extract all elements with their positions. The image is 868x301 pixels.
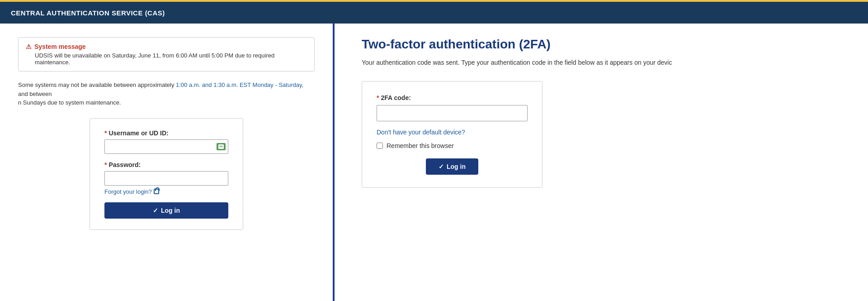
forgot-link-text: Forgot your login? <box>104 188 152 195</box>
twofa-box: * 2FA code: Don't have your default devi… <box>362 81 542 188</box>
twofa-description: Your authentication code was sent. Type … <box>362 58 841 67</box>
login-button-text: Log in <box>161 207 180 214</box>
lock-icon <box>154 189 159 194</box>
password-input[interactable] <box>104 171 228 186</box>
maintenance-time: 1:00 a.m. and 1:30 a.m. EST Monday - Sat… <box>176 81 302 88</box>
login-form-box: * Username or UD ID: * Password: <box>90 118 243 230</box>
username-field-group: * Username or UD ID: <box>104 129 228 154</box>
maintenance-note: Some systems may not be available betwee… <box>18 81 315 107</box>
warning-icon: ⚠ <box>26 43 32 50</box>
twofa-code-input[interactable] <box>377 105 528 121</box>
main-content: ⚠ System message UDSIS will be unavailab… <box>0 24 868 301</box>
username-label: * Username or UD ID: <box>104 129 228 137</box>
password-label: * Password: <box>104 161 228 168</box>
forgot-login-link[interactable]: Forgot your login? <box>104 188 159 195</box>
twofa-title: Two-factor authentication (2FA) <box>362 37 841 52</box>
maintenance-after: n Sundays due to system maintenance. <box>18 99 121 106</box>
page-header: CENTRAL AUTHENTICATION SERVICE (CAS) <box>0 0 868 24</box>
alert-title: ⚠ System message <box>26 43 307 50</box>
username-input-wrapper <box>104 139 228 154</box>
username-icon-inner <box>218 144 224 149</box>
password-label-text: Password: <box>108 161 141 168</box>
twofa-required-star: * <box>377 94 379 101</box>
login-button[interactable]: ✓ Log in <box>104 202 228 219</box>
username-label-text: Username or UD ID: <box>108 129 168 137</box>
twofa-code-label-text: 2FA code: <box>381 94 410 101</box>
checkmark-icon: ✓ <box>153 207 158 214</box>
username-input[interactable] <box>104 139 228 154</box>
password-input-wrapper <box>104 171 228 186</box>
alert-body: UDSIS will be unavailable on Saturday, J… <box>35 52 307 66</box>
twofa-login-button[interactable]: ✓ Log in <box>426 158 478 175</box>
remember-browser-checkbox[interactable] <box>377 143 383 149</box>
twofa-code-label: * 2FA code: <box>377 94 528 101</box>
header-title: CENTRAL AUTHENTICATION SERVICE (CAS) <box>11 9 165 17</box>
twofa-checkmark-icon: ✓ <box>439 163 444 170</box>
alert-title-text: System message <box>34 43 86 50</box>
username-icon <box>217 143 226 150</box>
password-required-star: * <box>104 161 107 168</box>
right-column: Two-factor authentication (2FA) Your aut… <box>335 24 868 301</box>
maintenance-before: Some systems may not be available betwee… <box>18 81 176 88</box>
no-device-link[interactable]: Don't have your default device? <box>377 129 528 136</box>
left-column: ⚠ System message UDSIS will be unavailab… <box>0 24 335 301</box>
username-required-star: * <box>104 129 107 137</box>
twofa-login-button-text: Log in <box>447 163 466 170</box>
password-field-group: * Password: Forgot your login? <box>104 161 228 195</box>
remember-browser-row: Remember this browser <box>377 142 528 149</box>
remember-browser-label: Remember this browser <box>387 142 454 149</box>
system-alert-box: ⚠ System message UDSIS will be unavailab… <box>18 37 315 72</box>
